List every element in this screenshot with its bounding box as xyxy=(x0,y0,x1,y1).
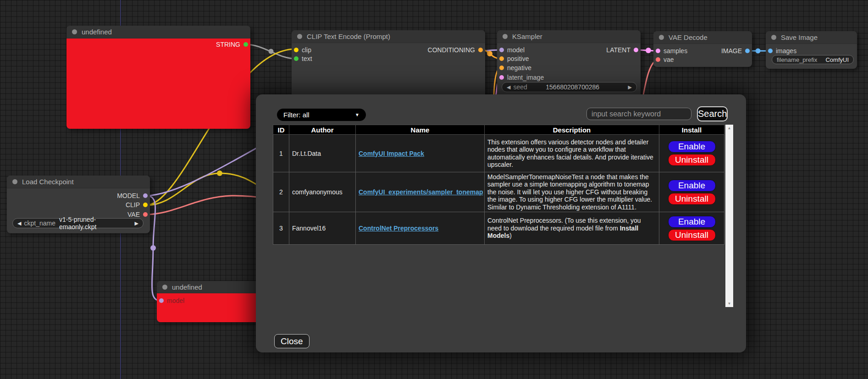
input-port-positive[interactable]: positive xyxy=(499,55,529,63)
node-title: KSampler xyxy=(512,33,542,40)
uninstall-button[interactable]: Uninstall xyxy=(668,154,716,166)
input-port-model[interactable]: model xyxy=(159,297,184,305)
input-port-model[interactable]: model xyxy=(499,46,525,54)
widget-arrow-right-icon[interactable]: ▶ xyxy=(135,221,138,226)
node-collapse-dot[interactable] xyxy=(659,35,664,40)
ckpt-name-value: v1-5-pruned-emaonly.ckpt xyxy=(59,216,131,231)
reroute-dot[interactable] xyxy=(756,49,761,54)
node-title: Load Checkpoint xyxy=(22,178,74,186)
node-title-bar[interactable]: undefined xyxy=(66,26,250,38)
uninstall-button[interactable]: Uninstall xyxy=(668,229,716,241)
enable-button[interactable]: Enable xyxy=(668,141,716,153)
node-load-checkpoint[interactable]: Load Checkpoint MODEL CLIP VAE ◀ ckpt_na… xyxy=(7,176,150,233)
output-port-string[interactable]: STRING xyxy=(216,40,248,49)
output-port-model[interactable]: MODEL xyxy=(117,192,148,200)
widget-arrow-left-icon[interactable]: ◀ xyxy=(507,85,510,90)
port-dot-latent[interactable] xyxy=(634,48,638,52)
node-collapse-dot[interactable] xyxy=(297,34,302,39)
output-port-clip[interactable]: CLIP xyxy=(126,201,148,209)
table-row: 2 comfyanonymous ComfyUI_experiments/sam… xyxy=(273,172,724,212)
input-port-vae[interactable]: vae xyxy=(656,55,674,64)
port-dot-vae[interactable] xyxy=(656,57,660,62)
extensions-table: ID Author Name Description Install 1 Dr.… xyxy=(273,125,724,245)
search-input[interactable] xyxy=(586,108,691,120)
input-port-negative[interactable]: negative xyxy=(499,64,531,72)
node-undefined-top[interactable]: undefined STRING xyxy=(66,26,250,129)
node-collapse-dot[interactable] xyxy=(12,179,17,184)
extension-link[interactable]: ComfyUI Impact Pack xyxy=(359,150,424,157)
cell-description: ControlNet Preprocessors. (To use this e… xyxy=(485,212,659,245)
filter-select[interactable]: Filter: all ▼ xyxy=(277,109,366,121)
extension-link[interactable]: ControlNet Preprocessors xyxy=(359,225,438,232)
input-port-text[interactable]: text xyxy=(294,55,312,63)
search-button[interactable]: Search xyxy=(697,106,728,121)
port-dot-conditioning[interactable] xyxy=(499,66,504,70)
node-collapse-dot[interactable] xyxy=(162,285,167,290)
port-dot-conditioning[interactable] xyxy=(478,48,483,52)
port-dot-clip[interactable] xyxy=(143,203,148,207)
extension-link[interactable]: ComfyUI_experiments/sampler_tonemap xyxy=(359,188,483,196)
port-dot-model[interactable] xyxy=(499,48,504,52)
reroute-dot[interactable] xyxy=(487,51,492,56)
ckpt-name-widget[interactable]: ◀ ckpt_name v1-5-pruned-emaonly.ckpt ▶ xyxy=(12,218,144,228)
cell-id: 3 xyxy=(273,212,289,245)
reroute-dot[interactable] xyxy=(150,245,156,251)
seed-value: 156680208700286 xyxy=(546,83,599,91)
port-dot-string[interactable] xyxy=(294,56,299,61)
input-port-samples[interactable]: samples xyxy=(656,47,687,55)
port-dot-image[interactable] xyxy=(768,49,773,53)
port-dot-vae[interactable] xyxy=(143,212,148,217)
close-button[interactable]: Close xyxy=(274,334,310,348)
port-dot-model[interactable] xyxy=(159,298,164,303)
cell-id: 2 xyxy=(273,172,289,212)
col-header-id: ID xyxy=(273,125,289,135)
seed-widget[interactable]: ◀ seed 156680208700286 ▶ xyxy=(502,82,637,92)
table-scrollbar[interactable]: ▲ ▼ xyxy=(725,125,733,307)
node-title-bar[interactable]: Save Image xyxy=(766,31,857,44)
input-port-images[interactable]: images xyxy=(768,47,796,55)
port-dot-model[interactable] xyxy=(143,193,148,198)
comfyui-canvas[interactable]: undefined STRING CLIP Text Encode (Promp… xyxy=(0,0,868,379)
cell-description: ModelSamplerTonemapNoiseTest a node that… xyxy=(485,172,659,212)
reroute-dot[interactable] xyxy=(217,170,222,176)
reroute-dot[interactable] xyxy=(269,49,274,54)
node-ksampler[interactable]: KSampler model positive negative latent_… xyxy=(497,30,641,99)
node-title-bar[interactable]: CLIP Text Encode (Prompt) xyxy=(292,30,485,43)
node-collapse-dot[interactable] xyxy=(771,35,776,40)
uninstall-button[interactable]: Uninstall xyxy=(668,193,716,205)
node-title-bar[interactable]: KSampler xyxy=(497,30,641,43)
chevron-down-icon: ▼ xyxy=(355,112,359,117)
port-dot-image[interactable] xyxy=(745,49,750,53)
port-dot-latent[interactable] xyxy=(656,49,660,53)
port-dot-latent[interactable] xyxy=(499,75,504,80)
node-title-bar[interactable]: undefined xyxy=(157,281,270,293)
cell-author: comfyanonymous xyxy=(289,172,356,212)
node-clip-text-encode[interactable]: CLIP Text Encode (Prompt) clip text COND… xyxy=(292,30,485,104)
enable-button[interactable]: Enable xyxy=(668,180,716,192)
widget-arrow-right-icon[interactable]: ▶ xyxy=(628,85,632,90)
input-port-latent-image[interactable]: latent_image xyxy=(499,73,544,82)
node-undefined-bottom[interactable]: undefined model xyxy=(157,281,270,322)
output-port-latent[interactable]: LATENT xyxy=(606,46,638,54)
node-vae-decode[interactable]: VAE Decode samples vae IMAGE xyxy=(653,31,752,67)
node-title-bar[interactable]: Load Checkpoint xyxy=(7,176,150,188)
node-collapse-dot[interactable] xyxy=(503,34,508,39)
widget-arrow-left-icon[interactable]: ◀ xyxy=(17,221,21,226)
port-dot-conditioning[interactable] xyxy=(499,56,504,61)
node-title-bar[interactable]: VAE Decode xyxy=(653,31,752,44)
filename-prefix-widget[interactable]: filename_prefix ComfyUI xyxy=(772,55,854,64)
port-dot-string[interactable] xyxy=(243,42,248,47)
node-body-error: STRING xyxy=(66,38,250,129)
output-port-image[interactable]: IMAGE xyxy=(721,47,750,55)
scroll-down-icon[interactable]: ▼ xyxy=(728,300,731,307)
node-collapse-dot[interactable] xyxy=(72,29,77,34)
port-dot-clip[interactable] xyxy=(294,48,299,52)
input-port-clip[interactable]: clip xyxy=(294,46,311,54)
reroute-dot[interactable] xyxy=(646,48,651,53)
node-title: CLIP Text Encode (Prompt) xyxy=(307,33,390,40)
scroll-up-icon[interactable]: ▲ xyxy=(728,125,731,132)
node-save-image[interactable]: Save Image images filename_prefix ComfyU… xyxy=(766,31,857,69)
output-port-conditioning[interactable]: CONDITIONING xyxy=(428,46,483,54)
enable-button[interactable]: Enable xyxy=(668,216,716,228)
table-row: 3 Fannovel16 ControlNet Preprocessors Co… xyxy=(273,212,724,245)
